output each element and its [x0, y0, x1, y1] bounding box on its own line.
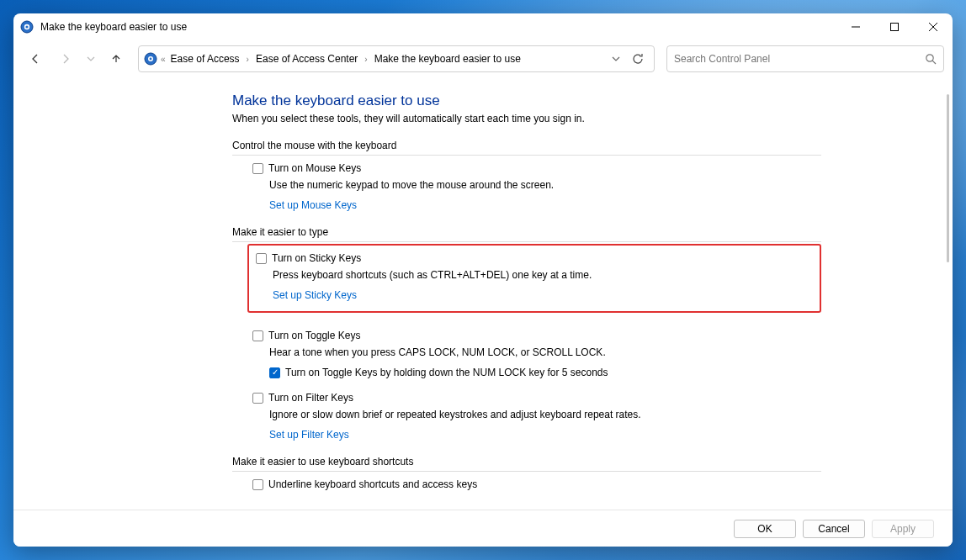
location-icon: [144, 52, 157, 66]
maximize-button[interactable]: [875, 13, 914, 40]
control-panel-window: Make the keyboard easier to use: [13, 13, 953, 547]
setup-mouse-keys-link[interactable]: Set up Mouse Keys: [269, 199, 357, 211]
underline-shortcuts-checkbox[interactable]: [252, 479, 263, 490]
toggle-keys-hold-label: Turn on Toggle Keys by holding down the …: [285, 367, 608, 378]
toggle-keys-label: Turn on Toggle Keys: [268, 330, 360, 341]
svg-point-9: [150, 58, 152, 61]
page-subheading: When you select these tools, they will a…: [232, 113, 821, 124]
address-bar[interactable]: « Ease of Access › Ease of Access Center…: [138, 45, 655, 72]
mouse-keys-checkbox[interactable]: [252, 163, 263, 174]
dialog-footer: OK Cancel Apply: [13, 510, 953, 547]
close-button[interactable]: [914, 13, 953, 40]
section-shortcuts-title: Make it easier to use keyboard shortcuts: [232, 456, 821, 472]
page-heading: Make the keyboard easier to use: [232, 92, 821, 109]
toggle-keys-hold-checkbox[interactable]: [269, 367, 280, 378]
recent-dropdown[interactable]: [82, 45, 99, 72]
sticky-keys-highlight: Turn on Sticky Keys Press keyboard short…: [247, 244, 821, 313]
setup-filter-keys-link[interactable]: Set up Filter Keys: [269, 429, 349, 441]
search-box[interactable]: [666, 45, 944, 72]
filter-keys-label: Turn on Filter Keys: [268, 392, 353, 404]
ok-button[interactable]: OK: [734, 520, 796, 538]
setup-sticky-keys-link[interactable]: Set up Sticky Keys: [273, 289, 357, 301]
search-icon[interactable]: [925, 53, 937, 65]
toggle-keys-desc: Hear a tone when you press CAPS LOCK, NU…: [269, 346, 821, 358]
search-input[interactable]: [674, 53, 925, 65]
address-dropdown-icon[interactable]: [612, 55, 620, 63]
apply-button[interactable]: Apply: [872, 520, 934, 538]
content-area: Make the keyboard easier to use When you…: [13, 77, 953, 510]
titlebar: Make the keyboard easier to use: [13, 13, 953, 40]
filter-keys-desc: Ignore or slow down brief or repeated ke…: [269, 409, 821, 420]
nav-toolbar: « Ease of Access › Ease of Access Center…: [13, 40, 953, 77]
section-type-title: Make it easier to type: [232, 226, 821, 242]
chevron-right-icon: ›: [245, 55, 251, 64]
window-controls: [836, 13, 953, 40]
sticky-keys-checkbox[interactable]: [256, 253, 267, 264]
sticky-keys-desc: Press keyboard shortcuts (such as CTRL+A…: [273, 269, 813, 281]
up-button[interactable]: [103, 45, 130, 72]
underline-shortcuts-label: Underline keyboard shortcuts and access …: [268, 478, 477, 490]
sticky-keys-label: Turn on Sticky Keys: [272, 252, 361, 264]
app-icon: [20, 20, 34, 34]
breadcrumb-item[interactable]: Ease of Access Center: [254, 53, 359, 65]
refresh-button[interactable]: [632, 53, 644, 65]
mouse-keys-desc: Use the numeric keypad to move the mouse…: [269, 179, 821, 191]
breadcrumb-item[interactable]: Ease of Access: [169, 53, 242, 65]
mouse-keys-label: Turn on Mouse Keys: [268, 162, 361, 174]
svg-line-11: [932, 61, 936, 64]
minimize-button[interactable]: [836, 13, 875, 40]
svg-point-2: [25, 25, 28, 28]
forward-button[interactable]: [52, 45, 79, 72]
scrollbar[interactable]: [947, 94, 949, 262]
svg-rect-4: [891, 24, 899, 31]
filter-keys-checkbox[interactable]: [252, 393, 263, 404]
toggle-keys-checkbox[interactable]: [252, 330, 263, 341]
section-mouse-title: Control the mouse with the keyboard: [232, 140, 821, 156]
back-button[interactable]: [22, 45, 49, 72]
breadcrumb-item[interactable]: Make the keyboard easier to use: [373, 53, 523, 65]
svg-point-10: [926, 55, 933, 61]
cancel-button[interactable]: Cancel: [803, 520, 865, 538]
window-title: Make the keyboard easier to use: [40, 21, 836, 33]
chevron-right-icon: ›: [363, 55, 369, 64]
chevron-left-icon: «: [161, 55, 166, 64]
